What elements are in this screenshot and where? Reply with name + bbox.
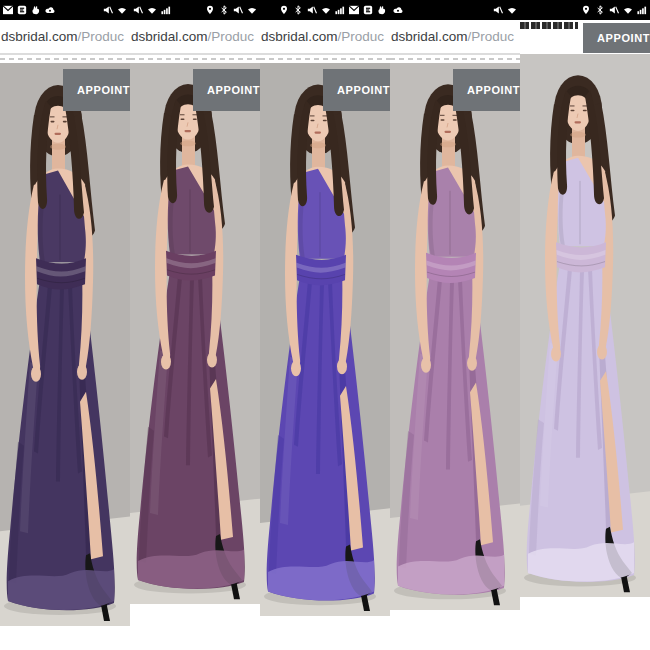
model-illustration — [520, 54, 650, 597]
status-icons-right — [103, 5, 127, 15]
status-bar — [520, 0, 650, 20]
hand-app-icon — [377, 5, 387, 15]
signal-bars-icon — [335, 5, 345, 15]
hand-app-icon — [31, 5, 41, 15]
model-illustration — [260, 63, 390, 616]
status-icons-left — [393, 5, 403, 15]
appointment-button[interactable]: APPOINTM — [323, 69, 390, 111]
app-badge-icon — [17, 5, 27, 15]
status-bar — [0, 0, 130, 20]
browser-url-bar[interactable]: dsbridal.com/Produc — [260, 20, 390, 55]
wifi-icon — [117, 5, 127, 15]
url-path: /Produc — [338, 29, 385, 44]
signal-bars-icon — [161, 5, 171, 15]
wifi-icon — [247, 5, 257, 15]
status-icons-right — [493, 5, 517, 15]
url-path: /Produc — [208, 29, 255, 44]
bluetooth-icon — [595, 5, 605, 15]
location-pin-icon — [581, 5, 591, 15]
notifications-muted-icon — [233, 5, 243, 15]
cropped-text-artifact — [390, 55, 520, 63]
browser-url-bar[interactable]: dsbridal.com/Produc — [390, 20, 520, 55]
wifi-icon — [507, 5, 517, 15]
dress-photo-bright-violet: APPOINTM — [260, 63, 390, 616]
bluetooth-icon — [219, 5, 229, 15]
mail-icon — [3, 5, 13, 15]
url-path: /Produc — [78, 29, 125, 44]
url-domain: dsbridal.com — [261, 29, 338, 44]
url-path: /Produc — [468, 29, 515, 44]
wifi-icon — [321, 5, 331, 15]
status-icons-right — [279, 5, 387, 15]
dress-photo-wisteria: APPOINTM — [390, 63, 520, 610]
appointment-button[interactable]: APPOINTM — [453, 69, 520, 111]
appointment-button[interactable]: APPOINTM — [583, 23, 650, 53]
app-badge-icon — [363, 5, 373, 15]
notifications-muted-icon — [609, 5, 619, 15]
page-header-strip: APPOINTM — [520, 20, 650, 54]
location-pin-icon — [205, 5, 215, 15]
url-domain: dsbridal.com — [131, 29, 208, 44]
notifications-muted-icon — [493, 5, 503, 15]
cropped-text-artifact — [130, 55, 260, 63]
appointment-button[interactable]: APPOINTM — [193, 69, 260, 111]
dress-photo-dark-plum: APPOINTM — [0, 63, 130, 626]
cropped-text-artifact — [520, 22, 578, 29]
cropped-text-artifact — [260, 55, 390, 63]
dress-photo-wine-plum: APPOINTM — [130, 63, 260, 604]
signal-bars-icon — [637, 5, 647, 15]
notifications-muted-icon — [307, 5, 317, 15]
status-icons-right — [581, 5, 647, 15]
bluetooth-icon — [293, 5, 303, 15]
status-icons-left — [3, 5, 55, 15]
status-bar — [130, 0, 260, 20]
appointment-button[interactable]: APPOINTM — [63, 69, 130, 111]
browser-url-bar[interactable]: dsbridal.com/Produc — [130, 20, 260, 55]
cloud-app-icon — [45, 5, 55, 15]
mail-icon — [349, 5, 359, 15]
location-pin-icon — [279, 5, 289, 15]
screenshot-panel-wisteria: dsbridal.com/Produc APPOINTM — [390, 0, 520, 650]
url-domain: dsbridal.com — [391, 29, 468, 44]
dress-photo-pale-lilac — [520, 54, 650, 597]
model-illustration — [390, 63, 520, 610]
status-bar — [390, 0, 520, 20]
cloud-app-icon — [393, 5, 403, 15]
wifi-icon — [147, 5, 157, 15]
url-domain: dsbridal.com — [1, 29, 78, 44]
notifications-muted-icon — [133, 5, 143, 15]
notifications-muted-icon — [103, 5, 113, 15]
status-bar — [260, 0, 390, 20]
status-icons-left — [133, 5, 171, 15]
wifi-icon — [623, 5, 633, 15]
model-illustration — [130, 63, 260, 604]
screenshot-panel-bright-violet: dsbridal.com/Produc APPOINTM — [260, 0, 390, 650]
cropped-text-artifact — [0, 55, 130, 63]
screenshot-panel-dark-plum: dsbridal.com/Produc APPOINTM — [0, 0, 130, 650]
screenshot-panel-pale-lilac: APPOINTM — [520, 0, 650, 650]
screenshot-panel-wine-plum: dsbridal.com/Produc APPOINTM — [130, 0, 260, 650]
browser-url-bar[interactable]: dsbridal.com/Produc — [0, 20, 130, 55]
status-icons-right — [205, 5, 257, 15]
model-illustration — [0, 63, 130, 626]
